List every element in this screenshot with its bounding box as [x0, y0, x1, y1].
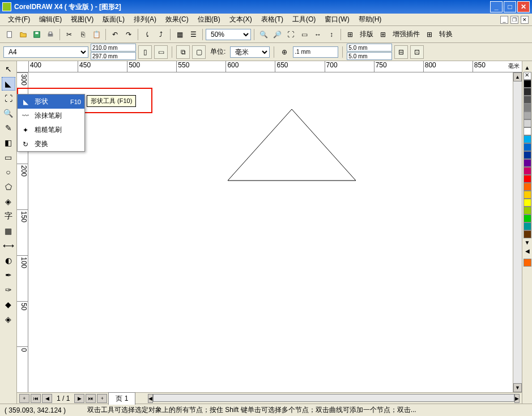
current-page-button[interactable]: ▢: [192, 45, 206, 59]
zoom-fit-button[interactable]: ⛶: [284, 28, 297, 41]
scroll-left-button[interactable]: ◀: [148, 394, 153, 403]
banban-label[interactable]: 排版: [357, 29, 376, 39]
basic-shapes-tool[interactable]: ◈: [2, 195, 15, 208]
unit-select[interactable]: 毫米: [230, 46, 270, 58]
shape-tool[interactable]: ◣: [2, 77, 15, 91]
text-tool[interactable]: 字: [2, 209, 15, 223]
dimension-tool[interactable]: ⟷: [2, 239, 15, 252]
menu-window[interactable]: 窗口(W): [320, 14, 354, 25]
palette-up-button[interactable]: ▲: [524, 63, 531, 72]
pick-tool[interactable]: ↖: [2, 62, 15, 76]
color-swatch[interactable]: [524, 199, 531, 207]
convert-label[interactable]: 转换: [437, 29, 455, 39]
eyedropper-tool[interactable]: ✒: [2, 268, 15, 282]
palette-down-button[interactable]: ▼: [524, 238, 531, 247]
all-pages-button[interactable]: ⧉: [176, 45, 190, 59]
undo-button[interactable]: ↶: [109, 28, 121, 41]
minimize-button[interactable]: _: [490, 1, 503, 12]
rectangle-tool[interactable]: ▭: [2, 151, 15, 164]
horizontal-ruler[interactable]: 400 450 500 550 600 650 700 750 800 850 …: [17, 61, 522, 72]
last-page-button[interactable]: ⏭: [86, 394, 96, 403]
interactive-fill-tool[interactable]: ◈: [2, 312, 15, 326]
options-button-2[interactable]: ⊡: [410, 45, 424, 59]
doc-close-button[interactable]: ✕: [521, 16, 529, 24]
color-swatch[interactable]: [524, 119, 531, 127]
convert-icon[interactable]: ⊞: [423, 28, 436, 41]
options-button-1[interactable]: ⊟: [394, 45, 408, 59]
app-launcher-button[interactable]: ▦: [173, 28, 186, 41]
color-swatch[interactable]: [524, 143, 531, 151]
menu-file[interactable]: 文件(F): [3, 14, 35, 25]
color-swatch[interactable]: [524, 80, 531, 88]
color-swatch[interactable]: [524, 215, 531, 222]
drawing-canvas[interactable]: [28, 72, 513, 392]
zoom-out-button[interactable]: 🔎: [271, 28, 283, 41]
add-page-after-button[interactable]: +: [97, 394, 107, 403]
color-swatch[interactable]: [524, 127, 531, 135]
polygon-tool[interactable]: ⬠: [2, 180, 15, 194]
menu-help[interactable]: 帮助(H): [354, 14, 386, 25]
flyout-shape-tool[interactable]: ◣ 形状 F10: [18, 95, 84, 109]
flyout-roughen-brush[interactable]: ✦ 粗糙笔刷: [18, 123, 84, 137]
color-swatch[interactable]: [524, 88, 531, 96]
menu-tools[interactable]: 工具(O): [288, 14, 320, 25]
new-button[interactable]: [3, 28, 16, 41]
portrait-button[interactable]: ▯: [138, 45, 152, 59]
maximize-button[interactable]: □: [504, 1, 516, 12]
cut-button[interactable]: ✂: [63, 28, 75, 41]
doc-minimize-button[interactable]: _: [500, 16, 508, 24]
fill-tool[interactable]: ◆: [2, 298, 15, 311]
crop-tool[interactable]: ⛶: [2, 92, 15, 105]
menu-text[interactable]: 文本(X): [225, 14, 257, 25]
color-swatch[interactable]: [524, 175, 531, 183]
color-swatch[interactable]: [524, 183, 531, 191]
zoom-height-button[interactable]: ↕: [325, 28, 338, 41]
duplicate-x-input[interactable]: [347, 44, 392, 52]
menu-bitmap[interactable]: 位图(B): [193, 14, 225, 25]
color-swatch[interactable]: [524, 151, 531, 159]
zoom-page-button[interactable]: ▭: [298, 28, 310, 41]
menu-edit[interactable]: 编辑(E): [35, 14, 66, 25]
flyout-transform[interactable]: ↻ 变换: [18, 137, 84, 151]
color-swatch[interactable]: [524, 222, 531, 230]
first-page-button[interactable]: ⏮: [31, 394, 41, 403]
duplicate-y-input[interactable]: [347, 52, 392, 60]
no-fill-swatch[interactable]: [524, 72, 531, 80]
color-swatch[interactable]: [524, 111, 531, 119]
color-swatch[interactable]: [524, 96, 531, 104]
smart-fill-tool[interactable]: ◧: [2, 136, 15, 149]
vertical-scrollbar[interactable]: ▲ ▼: [513, 72, 522, 392]
print-button[interactable]: [44, 28, 57, 41]
menu-arrange[interactable]: 排列(A): [129, 14, 161, 25]
palette-flyout-button[interactable]: ◀: [524, 247, 531, 255]
enhance-icon[interactable]: ⊞: [377, 28, 389, 41]
save-button[interactable]: [31, 28, 43, 41]
secondary-color-swatch[interactable]: [524, 259, 531, 267]
scroll-right-button[interactable]: ▶: [514, 394, 520, 403]
page-tab-1[interactable]: 页 1: [108, 392, 135, 405]
copy-button[interactable]: ⎘: [76, 28, 89, 41]
add-page-button[interactable]: +: [19, 394, 29, 403]
close-button[interactable]: ✕: [517, 1, 530, 12]
ellipse-tool[interactable]: ○: [2, 165, 15, 179]
menu-table[interactable]: 表格(T): [257, 14, 288, 25]
color-swatch[interactable]: [524, 207, 531, 215]
menu-effects[interactable]: 效果(C): [161, 14, 193, 25]
interactive-tool[interactable]: ◐: [2, 254, 15, 267]
next-page-button[interactable]: ▶: [74, 394, 84, 403]
nudge-input[interactable]: [293, 46, 338, 58]
enhance-label[interactable]: 增强插件: [390, 29, 422, 39]
scroll-down-button[interactable]: ▼: [513, 383, 522, 392]
doc-restore-button[interactable]: ❐: [510, 16, 518, 24]
color-swatch[interactable]: [524, 135, 531, 143]
color-swatch[interactable]: [524, 159, 531, 167]
redo-button[interactable]: ↷: [122, 28, 135, 41]
import-button[interactable]: ⤹: [141, 28, 154, 41]
flyout-smudge-brush[interactable]: 〰 涂抹笔刷: [18, 109, 84, 123]
color-swatch[interactable]: [524, 104, 531, 111]
zoom-in-button[interactable]: 🔍: [257, 28, 270, 41]
snap-button[interactable]: ⊞: [344, 28, 356, 41]
color-swatch[interactable]: [524, 191, 531, 199]
zoom-tool[interactable]: 🔍: [2, 106, 15, 120]
prev-page-button[interactable]: ◀: [42, 394, 52, 403]
